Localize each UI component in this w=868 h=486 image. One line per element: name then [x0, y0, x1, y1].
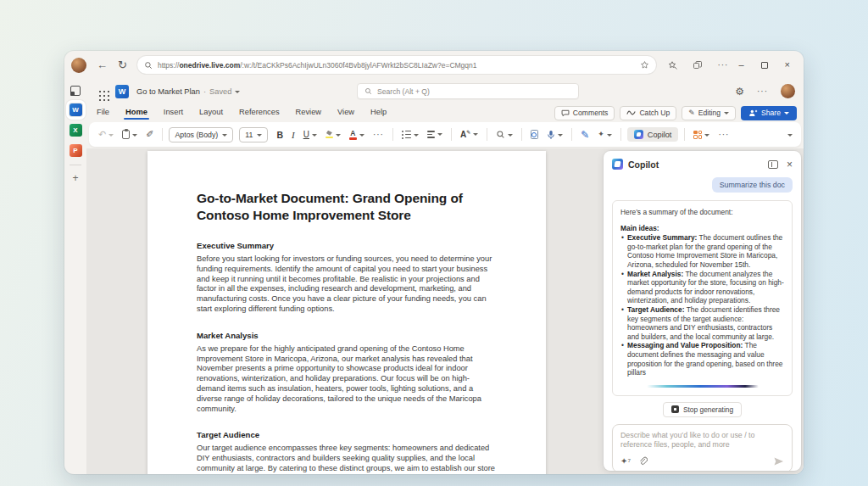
editor-pen-icon: ✎ [581, 130, 589, 140]
tab-home[interactable]: Home [125, 104, 147, 121]
minimize-icon[interactable]: – [738, 60, 743, 70]
magic-wand-icon: ✦ [598, 131, 604, 138]
catch-up-icon [626, 109, 636, 116]
chevron-down-icon [784, 112, 789, 115]
designer-button[interactable] [691, 129, 712, 141]
browser-more-icon[interactable]: ··· [717, 61, 728, 70]
paste-clipboard-icon [122, 130, 130, 139]
tab-insert[interactable]: Insert [164, 104, 183, 121]
document-canvas: Go-to-Market Document: Grand Opening of … [86, 148, 804, 474]
italic-button[interactable]: I [289, 128, 298, 142]
tab-file[interactable]: File [97, 104, 109, 121]
m365-icon[interactable] [70, 86, 81, 96]
font-color-button[interactable]: A [347, 128, 367, 142]
tab-review[interactable]: Review [296, 104, 321, 121]
share-person-icon [748, 109, 758, 117]
designer-grid-icon [693, 131, 702, 139]
summary-bullet: Target Audience: The document identifies… [620, 305, 784, 341]
chevron-down-icon[interactable] [235, 91, 240, 93]
tab-layout[interactable]: Layout [199, 104, 223, 121]
font-color-icon: A [349, 130, 357, 140]
tab-view[interactable]: View [337, 104, 354, 121]
format-painter-button[interactable]: ✐ [143, 128, 156, 141]
app-launcher-waffle-icon[interactable] [95, 87, 105, 97]
copilot-panel-title: Copilot [628, 159, 659, 170]
section-heading: Market Analysis [197, 331, 498, 340]
maximize-icon[interactable] [761, 62, 768, 69]
address-bar[interactable]: https://onedrive.live.com/:w:/t/EaCKkPs6… [137, 56, 657, 74]
find-replace-icon [531, 130, 538, 139]
font-name-select[interactable]: Aptos (Body) [169, 127, 233, 142]
document-page[interactable]: Go-to-Market Document: Grand Opening of … [147, 151, 546, 474]
summary-bullet: Messaging and Value Proposition: The doc… [620, 341, 784, 377]
search-icon [364, 87, 372, 95]
find-replace-button[interactable] [528, 128, 541, 141]
saved-status: Saved [209, 87, 231, 96]
account-avatar[interactable] [781, 84, 795, 98]
collapse-ribbon-icon[interactable] [787, 134, 793, 137]
share-button[interactable]: Share [741, 106, 797, 120]
copilot-prompt-input[interactable] [620, 431, 784, 451]
section-body: Before you start looking for investors o… [197, 254, 498, 315]
autocorrect-wand-button[interactable]: ✦ [595, 129, 615, 140]
dictate-button[interactable] [544, 128, 565, 142]
tab-references[interactable]: References [239, 104, 280, 121]
editing-mode-button[interactable]: ✎ Editing [682, 106, 736, 120]
bullet-list-button[interactable] [399, 129, 421, 141]
underline-button[interactable]: U [301, 128, 320, 141]
editing-pencil-icon: ✎ [688, 109, 695, 117]
copilot-prompt-box[interactable]: ✦⁷ [612, 424, 793, 471]
editor-button[interactable]: ✎ [578, 128, 592, 142]
app-search-box[interactable] [357, 83, 579, 99]
more-formatting-button[interactable]: ··· [370, 129, 387, 141]
refresh-icon[interactable]: ↻ [118, 59, 127, 70]
favorite-star-icon[interactable] [640, 60, 649, 70]
line-spacing-button[interactable] [425, 129, 445, 139]
sidebar-item-word[interactable]: W [70, 103, 82, 116]
browser-profile-avatar[interactable] [71, 58, 86, 73]
word-logo-icon[interactable]: W [115, 85, 129, 98]
search-input[interactable] [377, 87, 571, 96]
bold-button[interactable]: B [274, 128, 286, 142]
bullet-list-icon [402, 131, 411, 139]
attach-icon[interactable] [638, 456, 648, 466]
section-heading: Target Audience [197, 430, 498, 439]
collections-icon[interactable] [693, 60, 703, 70]
sidebar-divider [70, 165, 81, 165]
copilot-logo-icon [634, 130, 643, 139]
back-icon[interactable]: ← [97, 59, 108, 70]
paste-button[interactable] [120, 128, 140, 141]
find-button[interactable] [493, 128, 515, 141]
align-lines-icon [427, 131, 435, 137]
excel-icon[interactable]: X [70, 124, 82, 137]
sparkle-icon[interactable]: ✦⁷ [620, 457, 631, 466]
catch-up-button[interactable]: Catch Up [620, 106, 676, 120]
copilot-ribbon-button[interactable]: Copilot [627, 127, 679, 142]
section-body: Our target audience encompasses three ke… [197, 444, 498, 474]
doc-heading: Go-to-Market Document: Grand Opening of … [197, 190, 498, 224]
summary-bullet-list: Executive Summary: The document outlines… [620, 233, 784, 377]
app-more-icon[interactable]: ··· [757, 87, 768, 96]
send-icon[interactable] [773, 456, 784, 466]
add-icon[interactable]: + [72, 173, 78, 183]
copilot-panel: Copilot × Summarize this doc Here’s a su… [604, 151, 801, 471]
close-icon[interactable]: × [787, 159, 793, 170]
styles-button[interactable]: A✎ [458, 127, 481, 141]
comments-button[interactable]: Comments [554, 106, 615, 120]
tab-help[interactable]: Help [370, 104, 387, 121]
close-icon[interactable]: × [785, 60, 790, 70]
font-size-select[interactable]: 11 [239, 127, 268, 142]
undo-button[interactable]: ↶ [96, 128, 116, 141]
summary-intro: Here’s a summary of the document: [620, 208, 784, 217]
settings-gear-icon[interactable]: ⚙ [735, 87, 744, 97]
chevron-down-icon [724, 112, 729, 115]
highlighter-icon [326, 131, 333, 139]
stop-generating-button[interactable]: Stop generating [663, 402, 742, 417]
favorites-list-icon[interactable] [668, 60, 678, 70]
highlight-button[interactable] [323, 129, 343, 141]
expand-pane-icon[interactable] [768, 160, 778, 169]
document-title[interactable]: Go to Market Plan [136, 87, 200, 96]
powerpoint-icon[interactable]: P [70, 144, 82, 157]
ribbon-more-button[interactable]: ··· [715, 129, 732, 141]
doc-section: Market Analysis As we prepare for the hi… [197, 331, 498, 415]
